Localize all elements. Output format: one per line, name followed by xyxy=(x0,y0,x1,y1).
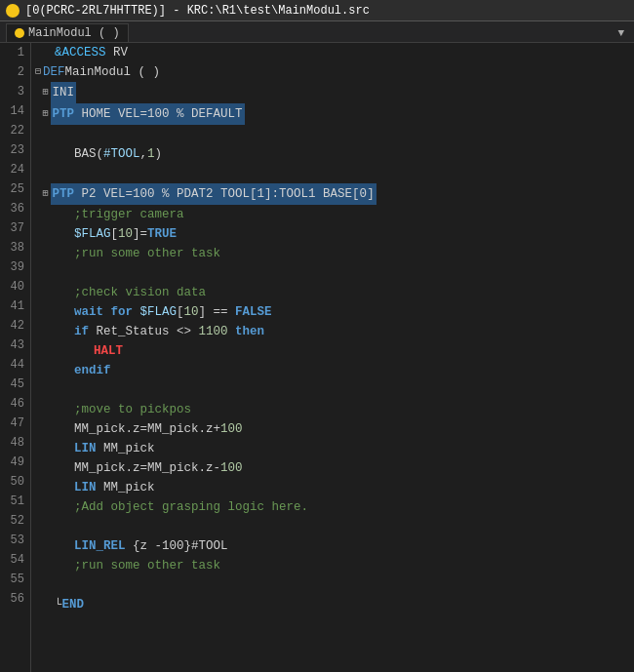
code-line-42: if Ret_Status <> 1100 then xyxy=(35,322,630,341)
code-line-54: ;run some other task xyxy=(35,556,630,575)
ln-48: 48 xyxy=(6,433,24,453)
code-line-25: ⊞PTP P2 VEL=100 % PDAT2 TOOL[1]:TOOL1 BA… xyxy=(35,183,630,205)
ln-46: 46 xyxy=(6,394,24,414)
code-line-24 xyxy=(35,164,630,183)
ln-55: 55 xyxy=(6,570,24,589)
code-line-38: ;run some other task xyxy=(35,244,630,263)
code-line-55 xyxy=(35,575,630,595)
code-line-2: ⊟DEF MainModul ( ) xyxy=(35,62,630,82)
code-line-43: HALT xyxy=(35,341,630,361)
active-tab[interactable]: MainModul ( ) xyxy=(6,23,129,42)
ln-3: 3 xyxy=(6,82,24,101)
title-bar: [0(PCRC-2RL7HHTTRE)] - KRC:\R1\test\Main… xyxy=(0,0,634,21)
ln-49: 49 xyxy=(6,453,24,472)
ln-38: 38 xyxy=(6,238,24,257)
code-line-53: LIN_REL {z -100}#TOOL xyxy=(35,536,630,556)
fold-icon-2[interactable]: ⊟ xyxy=(35,62,41,82)
code-line-22 xyxy=(35,125,630,144)
code-line-1: &ACCESS RV xyxy=(35,43,630,62)
ln-36: 36 xyxy=(6,199,24,218)
code-line-41: wait for $FLAG[10] == FALSE xyxy=(35,302,630,322)
code-line-48: LIN MM_pick xyxy=(35,439,630,458)
ln-44: 44 xyxy=(6,355,24,375)
title-icon xyxy=(6,4,20,18)
ln-54: 54 xyxy=(6,550,24,570)
fold-icon-14[interactable]: ⊞ xyxy=(43,104,49,124)
code-line-52 xyxy=(35,517,630,536)
code-line-45 xyxy=(35,380,630,400)
title-text: [0(PCRC-2RL7HHTTRE)] - KRC:\R1\test\Main… xyxy=(25,4,370,18)
line-numbers: 1 2 3 14 22 23 24 25 36 37 38 39 40 41 4… xyxy=(0,43,31,672)
code-line-44: endif xyxy=(35,361,630,380)
code-line-40: ;check vision data xyxy=(35,283,630,302)
code-line-49: MM_pick.z=MM_pick.z-100 xyxy=(35,458,630,478)
ln-42: 42 xyxy=(6,316,24,336)
fold-icon-25[interactable]: ⊞ xyxy=(43,184,49,204)
ln-25: 25 xyxy=(6,179,24,199)
ln-56: 56 xyxy=(6,589,24,609)
ln-52: 52 xyxy=(6,511,24,531)
ln-1: 1 xyxy=(6,43,24,62)
ln-24: 24 xyxy=(6,160,24,179)
tab-bar: MainModul ( ) ▼ xyxy=(0,21,634,43)
ln-45: 45 xyxy=(6,375,24,394)
code-line-50: LIN MM_pick xyxy=(35,478,630,497)
code-line-3: ⊞INI xyxy=(35,82,630,103)
code-line-14: ⊞PTP HOME VEL=100 % DEFAULT xyxy=(35,103,630,125)
code-line-37: $FLAG[10]=TRUE xyxy=(35,224,630,244)
ln-53: 53 xyxy=(6,531,24,550)
ln-37: 37 xyxy=(6,218,24,238)
code-line-46: ;move to pickpos xyxy=(35,400,630,419)
tab-dropdown[interactable]: ▼ xyxy=(614,27,628,39)
ln-41: 41 xyxy=(6,296,24,316)
tab-label: MainModul ( ) xyxy=(28,26,120,40)
code-line-23: BAS(#TOOL,1) xyxy=(35,144,630,164)
ln-23: 23 xyxy=(6,140,24,160)
code-line-51: ;Add object grasping logic here. xyxy=(35,497,630,517)
ln-43: 43 xyxy=(6,336,24,355)
code-line-47: MM_pick.z=MM_pick.z+100 xyxy=(35,419,630,439)
ln-40: 40 xyxy=(6,277,24,296)
code-line-39 xyxy=(35,263,630,283)
ln-47: 47 xyxy=(6,414,24,433)
ln-14: 14 xyxy=(6,101,24,121)
ln-39: 39 xyxy=(6,257,24,277)
code-line-56: └END xyxy=(35,595,630,614)
tab-icon xyxy=(15,28,24,38)
ln-50: 50 xyxy=(6,472,24,492)
editor: 1 2 3 14 22 23 24 25 36 37 38 39 40 41 4… xyxy=(0,43,634,672)
code-area[interactable]: &ACCESS RV ⊟DEF MainModul ( ) ⊞INI ⊞PTP … xyxy=(31,43,634,672)
ln-22: 22 xyxy=(6,121,24,140)
ln-51: 51 xyxy=(6,492,24,511)
code-line-36: ;trigger camera xyxy=(35,205,630,224)
fold-icon-3[interactable]: ⊞ xyxy=(43,83,49,102)
ln-2: 2 xyxy=(6,62,24,82)
